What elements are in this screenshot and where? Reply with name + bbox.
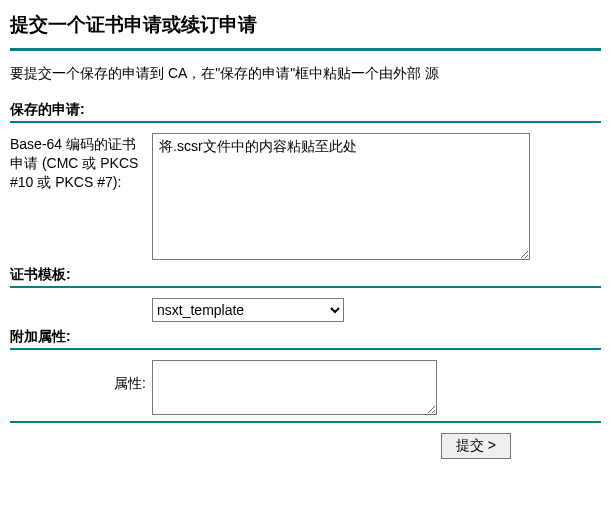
- attributes-textarea[interactable]: [152, 360, 437, 415]
- saved-request-label: Base-64 编码的证书申请 (CMC 或 PKCS #10 或 PKCS #…: [10, 133, 152, 192]
- submit-button[interactable]: 提交 >: [441, 433, 511, 459]
- cert-template-select[interactable]: nsxt_template: [152, 298, 344, 322]
- divider-saved-request: [10, 121, 601, 123]
- cert-template-heading: 证书模板:: [10, 266, 601, 284]
- divider-bottom: [10, 421, 601, 423]
- saved-request-textarea[interactable]: 将.scsr文件中的内容粘贴至此处: [152, 133, 530, 260]
- divider-cert-template: [10, 286, 601, 288]
- attributes-label: 属性:: [10, 360, 152, 393]
- divider-additional-attrs: [10, 348, 601, 350]
- intro-text: 要提交一个保存的申请到 CA，在"保存的申请"框中粘贴一个由外部 源: [10, 65, 601, 83]
- saved-request-heading: 保存的申请:: [10, 101, 601, 119]
- additional-attrs-heading: 附加属性:: [10, 328, 601, 346]
- cert-template-label-spacer: [10, 298, 152, 301]
- page-title: 提交一个证书申请或续订申请: [10, 12, 601, 38]
- divider-top: [10, 48, 601, 51]
